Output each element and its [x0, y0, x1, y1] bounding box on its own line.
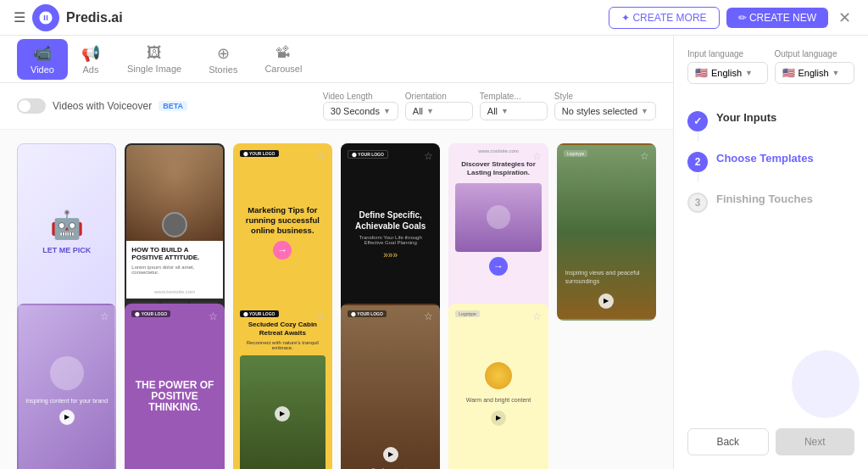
output-flag-icon: 🇺🇸 [782, 67, 795, 79]
filter-bar: Videos with Voiceover BETA Video Length … [0, 83, 673, 130]
sidebar: Input language 🇺🇸 English ▼ Output langu… [673, 36, 868, 469]
template-card-5[interactable]: ☆ www.coolsite.com Discover Strategies f… [448, 143, 548, 321]
output-language-group: Output language 🇺🇸 English ▼ [775, 49, 855, 84]
style-label: Style [554, 92, 656, 101]
bookmark-icon[interactable]: ☆ [424, 150, 433, 162]
chevron-down-icon: ▼ [501, 107, 509, 115]
output-language-label: Output language [775, 49, 855, 59]
output-language-select[interactable]: 🇺🇸 English ▼ [775, 62, 855, 84]
video-length-select[interactable]: 30 Seconds ▼ [323, 102, 398, 120]
input-language-value: English [711, 68, 742, 78]
tab-video[interactable]: 📹 Video [17, 39, 68, 80]
template-card-3[interactable]: ☆ ⬤ YOUR LOGO Marketing Tips for running… [233, 143, 332, 321]
video-length-label: Video Length [323, 92, 398, 101]
template-2-title: HOW TO BUILD A POSITIVE ATTITUDE. [131, 246, 217, 262]
output-language-value: English [798, 68, 829, 78]
orientation-select[interactable]: All ▼ [405, 102, 473, 120]
video-tab-icon: 📹 [33, 44, 52, 63]
top-bar-right: ✦ CREATE MORE ✏ CREATE NEW ✕ [609, 5, 854, 31]
tab-ads[interactable]: 📢 Ads [68, 39, 114, 80]
step-1-circle: ✓ [687, 111, 708, 131]
input-language-label: Input language [687, 49, 768, 59]
close-button[interactable]: ✕ [835, 5, 854, 31]
bookmark-icon[interactable]: ☆ [532, 310, 542, 322]
template-3-title: Marketing Tips for running successful on… [242, 205, 324, 236]
step-2-circle: 2 [687, 152, 708, 172]
next-button[interactable]: Next [776, 428, 855, 455]
template-5-title: Discover Strategies for Lasting Inspirat… [455, 160, 541, 178]
chevron-down-icon: ▼ [745, 69, 753, 77]
main-layout: 📹 Video 📢 Ads 🖼 Single Image ⊕ [0, 36, 868, 469]
tab-carousel[interactable]: 📽 Carousel [251, 39, 315, 79]
create-new-button[interactable]: ✏ CREATE NEW [726, 8, 828, 28]
voiceover-toggle[interactable]: Videos with Voiceover BETA [17, 98, 187, 114]
template-card-11[interactable]: ☆ Logotype Warm and bright content ▶ [448, 304, 548, 469]
template-card-6[interactable]: ☆ Logotype Inspiring views and peaceful … [557, 143, 656, 321]
play-button-7[interactable]: ▶ [59, 410, 75, 425]
input-language-select[interactable]: 🇺🇸 English ▼ [687, 62, 768, 84]
logo-text: Predis.ai [66, 10, 123, 25]
orientation-label: Orientation [405, 92, 473, 101]
bookmark-icon[interactable]: ☆ [640, 150, 649, 162]
robot-icon: 🤖 [50, 209, 84, 241]
orientation-filter[interactable]: Orientation All ▼ [405, 92, 473, 120]
play-button-11[interactable]: ▶ [491, 410, 506, 426]
bookmark-icon[interactable]: ☆ [316, 150, 326, 162]
top-bar: ☰ Predis.ai ✦ CREATE MORE ✏ CREATE NEW ✕ [0, 0, 868, 36]
create-more-button[interactable]: ✦ CREATE MORE [609, 7, 719, 29]
template-card-4[interactable]: ☆ ⬤ YOUR LOGO Define Specific, Achievabl… [341, 143, 440, 321]
language-row: Input language 🇺🇸 English ▼ Output langu… [687, 49, 854, 84]
play-button-9[interactable]: ▶ [275, 406, 290, 422]
template-2-url: www.bestsite.com [154, 289, 195, 294]
input-language-group: Input language 🇺🇸 English ▼ [687, 49, 768, 84]
logo-badge-9: ⬤ YOUR LOGO [240, 310, 279, 317]
carousel-tab-icon: 📽 [275, 44, 291, 62]
ads-tab-label: Ads [82, 64, 98, 75]
template-card-7[interactable]: ☆ Inspiring content for your brand ▶ [17, 304, 116, 469]
style-filter[interactable]: Style No styles selected ▼ [554, 92, 656, 120]
stories-tab-label: Stories [209, 64, 237, 75]
chevron-down-icon: ▼ [832, 69, 840, 77]
step-choose-templates: 2 Choose Templates [687, 142, 854, 182]
decorative-circle [792, 350, 860, 418]
stories-tab-icon: ⊕ [217, 44, 230, 63]
bookmark-icon[interactable]: ☆ [100, 310, 109, 322]
template-card-8[interactable]: ☆ ⬤ YOUR LOGO The Power of Positive Thin… [125, 304, 224, 469]
arrow-button-5: → [489, 257, 508, 276]
bookmark-icon[interactable]: ☆ [424, 310, 433, 322]
step-2-title: Choose Templates [716, 152, 814, 165]
style-select[interactable]: No styles selected ▼ [554, 102, 656, 120]
back-button[interactable]: Back [687, 428, 769, 455]
template-card-2[interactable]: ☆ HOW TO BUILD A POSITIVE ATTITUDE. Lore… [125, 143, 224, 321]
template-8-title: The Power of Positive Thinking. [133, 380, 215, 414]
single-image-tab-label: Single Image [127, 64, 181, 74]
step-2-content: Choose Templates [716, 152, 814, 165]
filter-group: Video Length 30 Seconds ▼ Orientation Al… [323, 92, 656, 120]
voiceover-switch[interactable] [17, 98, 46, 114]
bookmark-icon[interactable]: ☆ [209, 310, 218, 322]
sidebar-actions: Back Next [687, 428, 854, 455]
template-card-9[interactable]: ☆ ⬤ YOUR LOGO Secluded Cozy Cabin Retrea… [233, 304, 332, 469]
tab-single-image[interactable]: 🖼 Single Image [114, 39, 195, 79]
template-filter[interactable]: Template... All ▼ [480, 92, 548, 120]
tab-stories[interactable]: ⊕ Stories [195, 39, 251, 80]
let-me-pick-card[interactable]: 🤖 LET ME PICK [17, 143, 116, 321]
template-card-10[interactable]: ☆ ⬤ YOUR LOGO ▶ Family moments [341, 304, 440, 469]
voiceover-label: Videos with Voiceover [53, 100, 152, 112]
video-tab-label: Video [31, 64, 54, 75]
video-length-filter[interactable]: Video Length 30 Seconds ▼ [323, 92, 398, 120]
template-grid: 🤖 LET ME PICK ☆ HOW TO BUILD A POSITIVE … [0, 130, 673, 469]
tab-bar: 📹 Video 📢 Ads 🖼 Single Image ⊕ [0, 36, 673, 83]
menu-icon[interactable]: ☰ [14, 9, 25, 25]
content-area: 📹 Video 📢 Ads 🖼 Single Image ⊕ [0, 36, 673, 469]
play-button-6[interactable]: ▶ [598, 293, 614, 309]
template-select[interactable]: All ▼ [480, 102, 548, 120]
bookmark-icon[interactable]: ☆ [316, 310, 326, 322]
single-image-tab-icon: 🖼 [147, 44, 162, 62]
step-finishing-touches: 3 Finishing Touches [687, 182, 854, 223]
step-1-content: Your Inputs [716, 111, 776, 124]
logo-badge-4: ⬤ YOUR LOGO [348, 150, 388, 159]
carousel-tab-label: Carousel [264, 64, 302, 74]
template-4-title: Define Specific, Achievable Goals [349, 210, 431, 232]
play-button-10[interactable]: ▶ [383, 447, 398, 462]
